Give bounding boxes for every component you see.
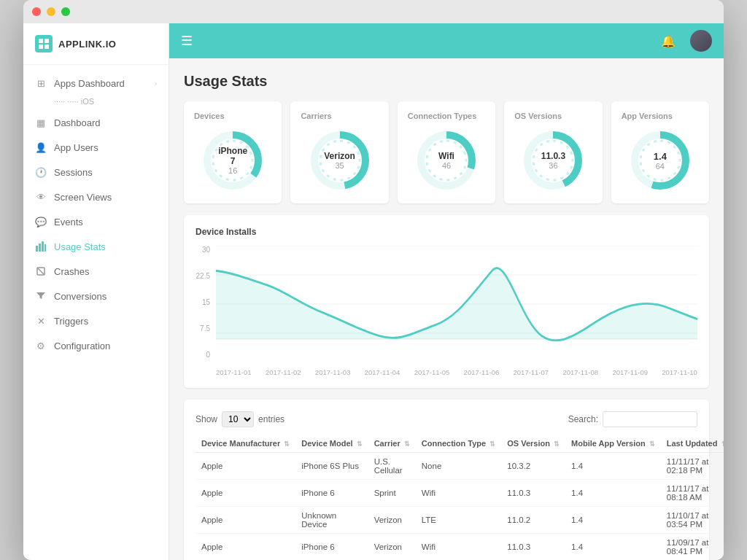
svg-rect-7: [44, 244, 46, 252]
app-layout: APPLINK.IO ⊞ Apps Dashboard › ····· ····…: [23, 23, 724, 560]
stat-cards-row: Devices iPhone 7 16: [184, 101, 709, 203]
stat-card-connection-types: Connection Types Wifi 46: [398, 101, 495, 203]
stat-card-carriers: Carriers Verizon 35: [290, 101, 388, 203]
content-area: Usage Stats Devices: [169, 58, 724, 560]
chart-title: Device Installs: [196, 227, 697, 237]
close-button[interactable]: [32, 7, 41, 16]
donut-devices: iPhone 7 16: [200, 128, 266, 193]
maximize-button[interactable]: [61, 7, 70, 16]
grid-icon: ⊞: [35, 77, 47, 89]
app-window: APPLINK.IO ⊞ Apps Dashboard › ····· ····…: [23, 0, 724, 560]
x-label: 2017-11-04: [365, 368, 400, 376]
col-header-model[interactable]: Device Model ⇅: [295, 435, 368, 453]
table-cell: Sprint: [368, 480, 416, 507]
table-cell: 11.0.3: [501, 534, 565, 561]
table-cell: 11/09/17 at 08:41 PM: [661, 534, 724, 561]
col-header-os[interactable]: OS Version ⇅: [501, 435, 565, 453]
table-row: AppleiPhone 6SprintWifi11.0.31.411/11/17…: [196, 480, 724, 507]
table-cell: Apple: [196, 453, 295, 480]
minimize-button[interactable]: [47, 7, 55, 16]
col-header-manufacturer[interactable]: Device Manufacturer ⇅: [196, 435, 295, 453]
col-header-connection[interactable]: Connection Type ⇅: [416, 435, 501, 453]
sort-icon: ⇅: [554, 440, 560, 448]
sidebar-item-triggers[interactable]: ✕ Triggers: [23, 308, 169, 333]
bar-chart-icon: [35, 241, 47, 252]
svg-rect-4: [36, 246, 38, 252]
sidebar-item-crashes[interactable]: Crashes: [23, 259, 169, 284]
entries-label: entries: [258, 414, 285, 424]
svg-rect-3: [44, 44, 49, 49]
x-label: 2017-11-03: [315, 368, 351, 376]
data-table: Device Manufacturer ⇅ Device Model ⇅ Car…: [196, 435, 724, 560]
sidebar-item-screen-views[interactable]: 👁 Screen Views: [23, 184, 169, 209]
table-cell: 1.4: [565, 534, 661, 561]
chart-x-axis: 2017-11-01 2017-11-02 2017-11-03 2017-11…: [216, 365, 697, 376]
clock-icon: 🕐: [35, 166, 47, 178]
search-input[interactable]: [603, 411, 697, 427]
donut-sub-label: 36: [541, 161, 565, 170]
user-icon: 👤: [35, 141, 47, 153]
sidebar-item-apps-dashboard[interactable]: ⊞ Apps Dashboard ›: [23, 71, 169, 96]
svg-rect-2: [39, 44, 43, 49]
x-cross-icon: ✕: [35, 315, 47, 327]
svg-rect-5: [39, 244, 41, 252]
stat-card-title: Devices: [194, 112, 271, 120]
table-cell: Unknown Device: [295, 507, 368, 534]
show-select[interactable]: 10 25 50: [222, 411, 254, 427]
sidebar-item-label: Sessions: [54, 167, 93, 178]
col-header-app-version[interactable]: Mobile App Version ⇅: [565, 435, 661, 453]
chat-icon: 💬: [35, 216, 47, 228]
donut-sub-label: 35: [324, 161, 355, 170]
table-cell: 11.0.2: [501, 507, 565, 534]
notification-icon[interactable]: 🔔: [661, 34, 676, 48]
table-icon: ▦: [35, 117, 47, 128]
table-cell: Apple: [196, 480, 295, 507]
avatar[interactable]: [690, 30, 712, 52]
sidebar-item-conversions[interactable]: Conversions: [23, 284, 169, 308]
table-cell: Verizon: [368, 534, 416, 561]
main-area: ☰ 🔔 Usage Stats Devices: [169, 23, 724, 560]
sidebar-item-sessions[interactable]: 🕐 Sessions: [23, 160, 169, 184]
stat-card-title: Carriers: [301, 112, 378, 120]
eye-icon: 👁: [35, 191, 47, 203]
sort-icon: ⇅: [404, 440, 410, 448]
sidebar-item-label: Configuration: [54, 341, 110, 351]
col-header-last-updated[interactable]: Last Updated ⇅: [661, 435, 724, 453]
sidebar-item-label: Usage Stats: [54, 241, 106, 252]
logo-icon: [35, 35, 53, 52]
logo-text: APPLINK.IO: [58, 39, 116, 50]
sidebar-item-app-users[interactable]: 👤 App Users: [23, 135, 169, 160]
donut-app-version: 1.4 64: [627, 128, 693, 193]
stat-card-os-versions: OS Versions 11.0.3 36: [504, 101, 602, 203]
sort-icon: ⇅: [284, 440, 290, 448]
donut-sub-label: 46: [438, 161, 454, 170]
sidebar-item-events[interactable]: 💬 Events: [23, 209, 169, 234]
sidebar-item-usage-stats[interactable]: Usage Stats: [23, 234, 169, 259]
show-label: Show: [196, 414, 217, 424]
table-controls: Show 10 25 50 entries Search:: [196, 411, 697, 427]
sort-icon: ⇅: [721, 440, 724, 448]
search-group: Search:: [568, 411, 697, 427]
crash-icon: [35, 265, 47, 277]
hamburger-icon[interactable]: ☰: [181, 33, 193, 49]
x-label: 2017-11-10: [662, 368, 697, 376]
titlebar: [23, 0, 724, 23]
table-cell: Apple: [196, 507, 295, 534]
x-label: 2017-11-05: [414, 368, 450, 376]
sidebar-item-label: Triggers: [54, 316, 88, 327]
donut-main-label: Verizon: [324, 151, 355, 161]
stat-card-app-versions: App Versions 1.4 64: [611, 101, 709, 203]
sort-icon: ⇅: [649, 440, 655, 448]
sidebar-item-dashboard[interactable]: ▦ Dashboard: [23, 110, 169, 135]
page-title: Usage Stats: [184, 73, 709, 90]
sidebar-item-configuration[interactable]: ⚙ Configuration: [23, 333, 169, 358]
chevron-right-icon: ›: [155, 79, 157, 88]
sidebar-item-label: App Users: [54, 142, 98, 153]
table-cell: 1.4: [565, 507, 661, 534]
sidebar-item-label: Apps Dashboard: [54, 78, 125, 89]
x-label: 2017-11-08: [562, 368, 598, 376]
sort-icon: ⇅: [357, 440, 363, 448]
donut-sub-label: 16: [217, 166, 249, 175]
stat-card-title: App Versions: [622, 112, 699, 120]
col-header-carrier[interactable]: Carrier ⇅: [368, 435, 416, 453]
